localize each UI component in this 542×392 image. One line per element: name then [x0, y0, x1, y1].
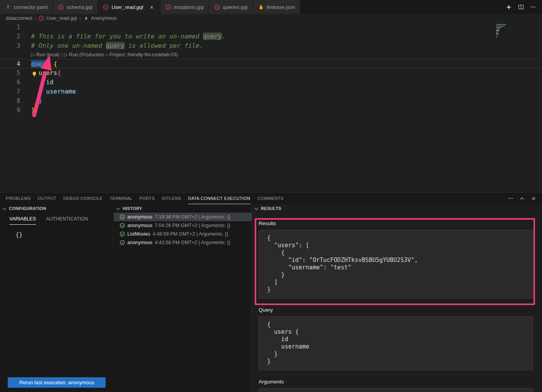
chevron-down-icon — [2, 206, 6, 210]
configuration-section: CONFIGURATION VARIABLESAUTHENTICATION {}… — [0, 204, 113, 392]
line-number: 9 — [0, 106, 20, 115]
run-local-link[interactable]: ▷ Run (local) — [31, 50, 60, 59]
results-content: Results { "users": [ { "id": "OrTucFODZH… — [252, 213, 542, 392]
tab-label: queries.gql — [223, 4, 248, 10]
code-line-8[interactable]: 8 } — [0, 96, 542, 106]
history-item-0[interactable]: anonymous7:19:36 PM GMT+2 | Arguments: {… — [114, 213, 252, 221]
history-item-detail: 7:04:26 PM GMT+2 | Arguments: {} — [155, 223, 231, 228]
history-item-detail: 4:48:59 PM GMT+2 | Arguments: {} — [153, 231, 228, 237]
query-code-box: { users { id username } } — [259, 316, 533, 370]
line-number: 1 — [0, 23, 20, 32]
code-token: } — [31, 106, 35, 114]
code-token: { — [54, 60, 57, 68]
tab-schema-gql[interactable]: schema.gql — [53, 0, 97, 14]
tab-label: schema.gql — [66, 4, 92, 10]
copilot-icon[interactable] — [506, 4, 512, 10]
code-line-4[interactable]: 4query { — [0, 59, 542, 68]
more-actions-icon[interactable] — [507, 196, 513, 201]
breadcrumb-item-dataconnect[interactable]: dataconnect — [6, 16, 32, 21]
check-circle-icon — [120, 223, 125, 228]
line-content: } — [20, 106, 35, 115]
close-tab-icon[interactable]: × — [149, 4, 155, 10]
editor-tab-bar: !connector.yamlschema.gqlUser_read.gql×m… — [0, 0, 542, 14]
breadcrumb-label: dataconnect — [6, 16, 32, 21]
line-number: 8 — [0, 96, 20, 106]
panel-tab-terminal[interactable]: TERMINAL — [109, 193, 132, 204]
code-line-3[interactable]: 3# Only one un-named query is allowed pe… — [0, 41, 542, 50]
panel-tab-data-connect-execution[interactable]: DATA CONNECT EXECUTION — [188, 193, 250, 204]
line-number: 3 — [0, 41, 20, 50]
lightbulb-icon[interactable] — [32, 70, 37, 76]
results-header[interactable]: RESULTS — [252, 204, 542, 213]
results-section: RESULTS Results { "users": [ { "id": "Or… — [252, 204, 542, 392]
chevron-down-icon — [254, 206, 258, 210]
more-actions-icon[interactable] — [530, 4, 536, 10]
minimap[interactable] — [496, 24, 509, 37]
code-line-9[interactable]: 9} — [0, 106, 542, 115]
arguments-label: Arguments — [259, 379, 542, 385]
breadcrumb-item-anonymous[interactable]: Anonymous — [83, 16, 116, 21]
editor-tabs: !connector.yamlschema.gqlUser_read.gql×m… — [0, 0, 301, 14]
symbol-operation-icon — [83, 16, 89, 21]
query-label: Query — [259, 307, 542, 313]
split-editor-icon[interactable] — [518, 4, 524, 10]
panel-tab-gitlens[interactable]: GITLENS — [162, 193, 181, 204]
line-content — [20, 23, 31, 32]
panel-tab-ports[interactable]: PORTS — [139, 193, 155, 204]
code-token — [31, 78, 46, 86]
code-token: # This is a file for you to write an un-… — [31, 33, 203, 40]
history-item-3[interactable]: anonymous4:43:58 PM GMT+2 | Arguments: {… — [114, 238, 252, 247]
code-editor[interactable]: 12# This is a file for you to write an u… — [0, 23, 542, 192]
run-production-link[interactable]: ▷ Run (Production – Project: friendly-fl… — [64, 50, 178, 59]
chevron-down-icon — [116, 206, 120, 210]
history-item-2[interactable]: ListMovies4:48:59 PM GMT+2 | Arguments: … — [114, 230, 252, 238]
code-token: . — [222, 33, 226, 40]
code-line-2[interactable]: 2# This is a file for you to write an un… — [0, 32, 542, 41]
panel-action-icons — [507, 193, 537, 204]
line-content: # Only one un-named query is allowed per… — [20, 41, 203, 50]
panel-tab-comments[interactable]: COMMENTS — [257, 193, 283, 204]
line-number: 4 — [0, 59, 20, 68]
graphql-icon — [58, 4, 64, 10]
code-token: query — [203, 33, 222, 40]
breadcrumb-item-user-read-gql[interactable]: User_read.gql — [38, 16, 77, 21]
arguments-code-box: {} — [259, 388, 533, 392]
code-token: } — [38, 97, 42, 104]
history-item-1[interactable]: anonymous7:04:26 PM GMT+2 | Arguments: {… — [114, 221, 252, 230]
panel-tab-problems[interactable]: PROBLEMS — [6, 193, 31, 204]
panel-tab-output[interactable]: OUTPUT — [38, 193, 56, 204]
code-token — [50, 60, 54, 68]
code-token: id — [46, 78, 54, 86]
history-item-name: anonymous — [127, 223, 153, 228]
variables-value: {} — [16, 231, 113, 238]
tab-queries-gql[interactable]: queries.gql — [209, 0, 253, 14]
configuration-header[interactable]: CONFIGURATION — [0, 204, 113, 213]
line-number: 5 — [0, 68, 20, 78]
panel-tab-debug-console[interactable]: DEBUG CONSOLE — [63, 193, 102, 204]
config-tab-variables[interactable]: VARIABLES — [9, 216, 36, 225]
code-line-1[interactable]: 1 — [0, 23, 542, 32]
line-content: users{ — [20, 68, 61, 78]
history-header[interactable]: HISTORY — [114, 204, 252, 213]
check-circle-icon — [120, 231, 125, 237]
close-icon[interactable] — [531, 196, 537, 201]
tab-user-read-gql[interactable]: User_read.gql× — [98, 0, 160, 14]
tab-firebase-json[interactable]: firebase.json — [253, 0, 301, 14]
panel-body: CONFIGURATION VARIABLESAUTHENTICATION {}… — [0, 204, 542, 392]
rerun-button[interactable]: Rerun last execution: anonymous — [8, 377, 106, 388]
config-tab-authentication[interactable]: AUTHENTICATION — [46, 216, 89, 225]
history-item-name: anonymous — [127, 214, 153, 220]
maximize-panel-icon[interactable] — [519, 196, 525, 201]
tab-connector-yaml[interactable]: !connector.yaml — [0, 0, 53, 14]
tab-label: mutations.gql — [174, 4, 204, 10]
line-number: 7 — [0, 87, 20, 96]
history-title: HISTORY — [123, 206, 142, 211]
configuration-title: CONFIGURATION — [9, 206, 46, 211]
code-line-5[interactable]: 5 users{ — [0, 68, 542, 78]
code-line-6[interactable]: 6 id — [0, 78, 542, 87]
results-label: Results — [259, 220, 542, 226]
code-line-7[interactable]: 7 username — [0, 87, 542, 96]
tab-mutations-gql[interactable]: mutations.gql — [160, 0, 209, 14]
history-item-detail: 7:19:36 PM GMT+2 | Arguments: {} — [155, 214, 231, 220]
check-circle-icon — [120, 214, 125, 220]
